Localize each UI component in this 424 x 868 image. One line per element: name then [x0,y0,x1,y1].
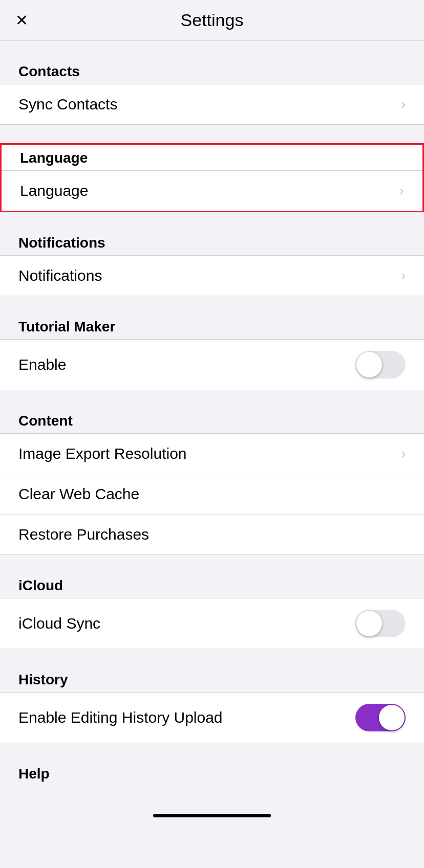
section-items-icloud: iCloud Sync [0,598,424,649]
chevron-right-icon: › [399,183,404,199]
section-header-language: Language [2,145,422,170]
close-button[interactable]: ✕ [15,13,28,28]
setting-label-clear-web-cache: Clear Web Cache [18,485,139,503]
section-header-history: History [0,667,424,692]
setting-label-image-export-resolution: Image Export Resolution [18,445,187,462]
section-items-content: Image Export Resolution › Clear Web Cach… [0,433,424,555]
chevron-right-icon: › [401,268,406,284]
setting-label-enable: Enable [18,356,66,373]
list-item: iCloud Sync [0,598,424,649]
list-item[interactable]: Language › [2,171,422,211]
section-language: Language Language › [0,143,424,212]
home-indicator [0,805,424,822]
list-item[interactable]: Clear Web Cache [0,474,424,515]
setting-label-language: Language [20,182,88,199]
list-item[interactable]: Restore Purchases [0,515,424,554]
section-header-notifications: Notifications [0,231,424,255]
section-history: History Enable Editing History Upload [0,667,424,743]
setting-label-sync-contacts: Sync Contacts [18,96,117,113]
setting-label-enable-editing-history-upload: Enable Editing History Upload [18,709,223,726]
section-items-history: Enable Editing History Upload [0,692,424,743]
list-item: Enable [0,340,424,390]
setting-label-notifications: Notifications [18,267,102,284]
list-item[interactable]: Image Export Resolution › [0,434,424,474]
home-indicator-bar [153,814,271,817]
section-help: Help [0,762,424,786]
section-contacts: Contacts Sync Contacts › [0,59,424,125]
setting-label-restore-purchases: Restore Purchases [18,526,149,543]
section-header-tutorial-maker: Tutorial Maker [0,315,424,339]
setting-label-icloud-sync: iCloud Sync [18,615,100,632]
section-content: Content Image Export Resolution › Clear … [0,409,424,555]
section-items-tutorial-maker: Enable [0,339,424,390]
history-upload-toggle[interactable] [355,704,406,731]
page-title: Settings [181,10,244,30]
list-item[interactable]: Sync Contacts › [0,84,424,124]
icloud-sync-toggle[interactable] [355,610,406,637]
section-header-contacts: Contacts [0,59,424,84]
section-items-contacts: Sync Contacts › [0,84,424,125]
header: ✕ Settings [0,0,424,41]
section-header-content: Content [0,409,424,433]
list-item: Enable Editing History Upload [0,693,424,743]
list-item[interactable]: Notifications › [0,256,424,296]
section-items-notifications: Notifications › [0,255,424,296]
section-items-language: Language › [2,170,422,211]
section-notifications: Notifications Notifications › [0,231,424,296]
chevron-right-icon: › [401,96,406,113]
section-tutorial-maker: Tutorial Maker Enable [0,315,424,390]
section-header-icloud: iCloud [0,573,424,598]
section-icloud: iCloud iCloud Sync [0,573,424,649]
settings-content: Contacts Sync Contacts › Language Langua… [0,59,424,822]
chevron-right-icon: › [401,446,406,462]
section-header-help: Help [0,762,424,786]
enable-toggle[interactable] [355,351,406,379]
